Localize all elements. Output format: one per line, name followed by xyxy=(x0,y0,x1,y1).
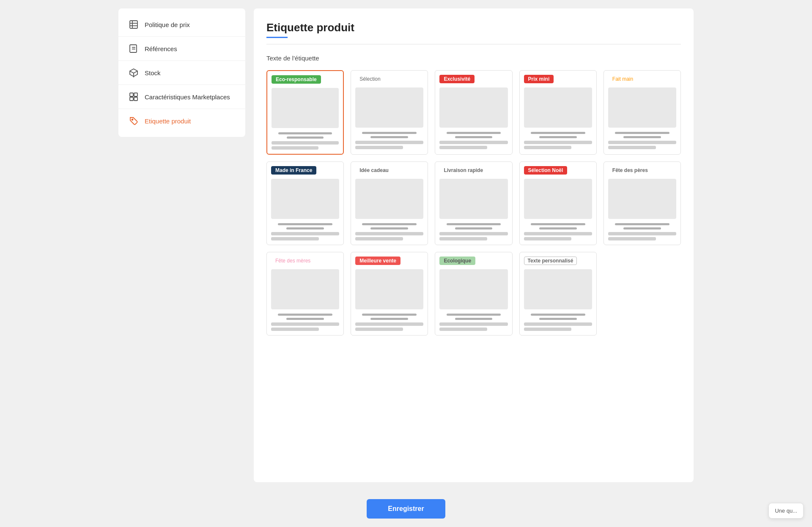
card-text-line xyxy=(271,232,339,235)
box-icon xyxy=(129,68,139,78)
save-button[interactable]: Enregistrer xyxy=(367,499,445,519)
card-text-line xyxy=(439,328,487,331)
card-text-line xyxy=(524,141,592,144)
card-text-line xyxy=(608,141,676,144)
card-text-block xyxy=(524,322,592,331)
card-text-line xyxy=(271,328,319,331)
card-text-block xyxy=(271,322,339,331)
sidebar-item-caracteristiques[interactable]: Caractéristiques Marketplaces xyxy=(118,85,245,109)
svg-rect-0 xyxy=(130,21,137,28)
badge-livraison-rapide: Livraison rapide xyxy=(439,166,487,175)
card-line xyxy=(286,227,324,229)
card-text-block xyxy=(524,232,592,240)
card-image-selection xyxy=(355,87,423,128)
card-line xyxy=(539,227,577,229)
card-image-meilleure-vente xyxy=(355,269,423,309)
label-card-fete-des-meres[interactable]: Fête des mères xyxy=(266,252,344,336)
card-lines-ecologique xyxy=(439,314,508,320)
card-line xyxy=(370,227,408,229)
table-icon xyxy=(129,19,139,30)
card-text-line xyxy=(355,328,403,331)
card-line xyxy=(447,132,501,134)
sidebar-label-stock: Stock xyxy=(145,69,161,76)
card-line xyxy=(362,314,417,316)
main-panel: Etiquette produit Texte de l'étiquette E… xyxy=(254,8,694,482)
card-text-line xyxy=(524,322,592,326)
card-lines-meilleure-vente xyxy=(355,314,423,320)
card-text-block xyxy=(355,322,423,331)
card-line xyxy=(615,223,669,225)
card-line xyxy=(362,223,417,225)
badge-texte-personnalise: Texte personnalisé xyxy=(524,257,577,265)
label-card-ecologique[interactable]: Ecologique xyxy=(435,252,512,336)
card-line xyxy=(455,227,493,229)
svg-rect-10 xyxy=(134,97,137,101)
section-divider xyxy=(266,44,681,44)
badge-fete-des-peres: Fête des pères xyxy=(608,166,652,175)
card-text-block xyxy=(355,141,423,149)
badge-fait-main: Fait main xyxy=(608,75,637,83)
card-text-line xyxy=(439,237,487,240)
section-label: Texte de l'étiquette xyxy=(266,55,681,62)
card-image-selection-noel xyxy=(524,179,592,219)
card-line xyxy=(286,318,324,320)
card-image-texte-personnalise xyxy=(524,269,592,309)
sidebar-item-etiquette-produit[interactable]: Etiquette produit xyxy=(118,109,245,133)
card-image-fete-des-meres xyxy=(271,269,339,309)
label-card-eco-responsable[interactable]: Eco-responsable xyxy=(266,70,344,155)
card-text-line xyxy=(608,232,676,235)
card-image-eco-responsable xyxy=(272,88,339,128)
card-text-block xyxy=(271,232,339,240)
card-text-line xyxy=(439,141,508,144)
card-text-line xyxy=(524,232,592,235)
card-text-line xyxy=(524,328,572,331)
card-lines-texte-personnalise xyxy=(524,314,592,320)
sidebar-label-caracteristiques: Caractéristiques Marketplaces xyxy=(145,93,230,101)
label-card-made-in-france[interactable]: Made in France xyxy=(266,161,344,245)
labels-grid: Eco-responsable Sélection xyxy=(266,70,681,336)
helper-tooltip: Une qu... xyxy=(768,503,804,519)
sidebar-item-references[interactable]: Références xyxy=(118,37,245,61)
card-lines-fete-des-meres xyxy=(271,314,339,320)
card-text-line xyxy=(355,322,423,326)
label-card-idee-cadeau[interactable]: Idée cadeau xyxy=(351,161,428,245)
label-card-selection[interactable]: Sélection xyxy=(351,70,428,155)
card-image-fete-des-peres xyxy=(608,179,676,219)
label-card-texte-personnalise[interactable]: Texte personnalisé xyxy=(519,252,597,336)
card-image-made-in-france xyxy=(271,179,339,219)
card-line xyxy=(531,314,585,316)
card-line xyxy=(370,318,408,320)
card-image-exclusivite xyxy=(439,87,508,128)
card-text-block xyxy=(439,141,508,149)
badge-exclusivite: Exclusivité xyxy=(439,75,475,83)
label-card-meilleure-vente[interactable]: Meilleure vente xyxy=(351,252,428,336)
card-line xyxy=(370,136,408,138)
label-card-fete-des-peres[interactable]: Fête des pères xyxy=(604,161,681,245)
badge-eco-responsable: Eco-responsable xyxy=(272,75,321,84)
sidebar-item-stock[interactable]: Stock xyxy=(118,61,245,85)
card-text-line xyxy=(524,237,572,240)
card-text-block xyxy=(608,141,676,149)
page-title: Etiquette produit xyxy=(266,21,681,34)
card-image-idee-cadeau xyxy=(355,179,423,219)
card-line xyxy=(531,132,585,134)
label-card-selection-noel[interactable]: Sélection Noël xyxy=(519,161,597,245)
card-lines-prix-mini xyxy=(524,132,592,138)
label-card-prix-mini[interactable]: Prix mini xyxy=(519,70,597,155)
grid-icon xyxy=(129,92,139,102)
sidebar-item-politique-de-prix[interactable]: Politique de prix xyxy=(118,13,245,37)
book-icon xyxy=(129,44,139,54)
svg-rect-7 xyxy=(130,93,133,96)
label-card-exclusivite[interactable]: Exclusivité xyxy=(435,70,512,155)
svg-point-11 xyxy=(132,119,133,120)
sidebar: Politique de prix Références xyxy=(118,8,245,137)
card-line xyxy=(278,132,332,134)
label-card-fait-main[interactable]: Fait main xyxy=(604,70,681,155)
svg-rect-9 xyxy=(130,97,133,101)
card-line xyxy=(531,223,585,225)
card-line xyxy=(447,223,501,225)
card-text-block xyxy=(524,141,592,149)
card-lines-eco-responsable xyxy=(272,132,339,139)
label-card-livraison-rapide[interactable]: Livraison rapide xyxy=(435,161,512,245)
badge-ecologique: Ecologique xyxy=(439,257,475,265)
